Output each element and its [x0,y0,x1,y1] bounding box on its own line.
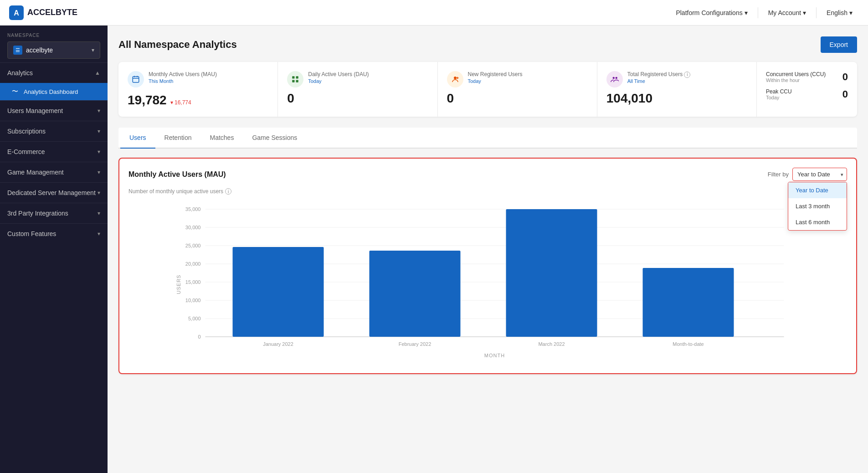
game-management-arrow: ▾ [98,169,100,175]
ccu-concurrent-label: Concurrent Users (CCU) [766,71,826,77]
svg-text:5,000: 5,000 [188,316,201,321]
svg-text:Month-to-date: Month-to-date [673,341,704,347]
svg-text:MONTH: MONTH [484,353,505,358]
dedicated-server-arrow: ▾ [98,190,100,196]
stat-dau-header: Daily Active Users (DAU) Today [287,71,428,87]
platform-config-nav[interactable]: Platform Configurations ▾ [669,5,754,20]
svg-text:March 2022: March 2022 [538,341,565,347]
filter-select[interactable]: Year to Date [792,168,847,181]
sidebar-section-game-management-header[interactable]: Game Management ▾ [0,162,108,182]
svg-rect-6 [293,76,295,78]
sidebar-section-custom-features-header[interactable]: Custom Features ▾ [0,224,108,244]
ccu-peak-value: 0 [842,88,848,100]
export-button[interactable]: Export [821,36,857,53]
filter-row: Filter by Year to Date ▾ Year to Date La… [768,168,847,181]
bar-jan-2022 [233,247,324,337]
sidebar-section-dedicated-server: Dedicated Server Management ▾ [0,182,108,203]
stat-total-users-icon [606,71,623,87]
nav-divider-1 [758,7,758,18]
svg-rect-2 [133,77,139,82]
ccu-peak-labels: Peak CCU Today [766,88,792,100]
logo: A ACCELBYTE [9,5,669,20]
svg-rect-8 [293,80,295,82]
language-nav[interactable]: English ▾ [820,5,859,20]
svg-text:25,000: 25,000 [185,243,201,248]
users-management-label: Users Management [7,107,63,114]
tab-matches[interactable]: Matches [201,128,243,149]
subscriptions-label: Subscriptions [7,128,46,135]
sidebar-section-e-commerce: E-Commerce ▾ [0,141,108,162]
nav-divider-2 [816,7,817,18]
tab-game-sessions[interactable]: Game Sessions [243,128,306,149]
chart-subtitle: Number of monthly unique active users i [128,188,847,195]
stat-mau-value-row: 19,782 ▾ 16,774 [128,91,268,108]
ccu-peak-row: Peak CCU Today 0 [766,88,848,100]
svg-text:15,000: 15,000 [185,279,201,285]
game-management-label: Game Management [7,169,64,176]
chart-container: Monthly Active Users (MAU) Filter by Yea… [118,158,857,374]
tab-retention[interactable]: Retention [155,128,201,149]
language-chevron: ▾ [849,9,853,16]
sidebar-section-users-management-header[interactable]: Users Management ▾ [0,101,108,121]
my-account-nav[interactable]: My Account ▾ [762,5,812,20]
stat-mau-icon [128,71,144,87]
ccu-concurrent-sub: Within the hour [766,77,826,83]
ccu-concurrent-labels: Concurrent Users (CCU) Within the hour [766,71,826,83]
filter-wrapper: Year to Date ▾ Year to Date Last 3 month… [792,168,847,181]
stat-dau-icon [287,71,303,87]
dropdown-item-last-6-month[interactable]: Last 6 month [788,214,847,230]
analytics-section-arrow: ▲ [95,70,100,76]
total-users-info-icon[interactable]: i [684,72,690,78]
stat-total-users-labels: Total Registered Users i All Time [627,71,691,84]
content-header: All Namespace Analytics Export [118,36,857,53]
stat-new-users-header: New Registered Users Today [447,71,588,87]
stat-mau-labels: Monthly Active Users (MAU) This Month [149,71,217,84]
dropdown-item-last-3-month[interactable]: Last 3 month [788,198,847,214]
sidebar-section-users-management: Users Management ▾ [0,100,108,121]
tab-users[interactable]: Users [120,128,155,149]
logo-icon: A [9,5,24,20]
stat-ccu-section: Concurrent Users (CCU) Within the hour 0… [757,62,857,117]
svg-rect-7 [296,76,298,78]
bar-chart-svg: USERS 35,000 30,000 25,000 20,000 15,000… [128,200,847,364]
svg-text:A: A [14,9,19,17]
main-content: All Namespace Analytics Export Monthly A… [108,26,868,473]
stat-total-users-value: 104,010 [606,91,747,106]
stat-dau-label: Daily Active Users (DAU) [308,71,369,78]
language-label: English [827,9,847,16]
ccu-concurrent-row: Concurrent Users (CCU) Within the hour 0 [766,71,848,83]
sidebar-section-3rd-party: 3rd Party Integrations ▾ [0,203,108,223]
sidebar-section-game-management: Game Management ▾ [0,162,108,182]
namespace-selector[interactable]: ☰ accelbyte ▾ [7,41,100,59]
sidebar-item-analytics-dashboard-label: Analytics Dashboard [24,88,78,95]
svg-text:20,000: 20,000 [185,261,201,267]
tabs-row: Users Retention Matches Game Sessions [118,128,857,149]
sidebar-section-e-commerce-header[interactable]: E-Commerce ▾ [0,142,108,162]
sidebar-section-3rd-party-header[interactable]: 3rd Party Integrations ▾ [0,203,108,223]
dropdown-item-year-to-date[interactable]: Year to Date [788,182,847,198]
my-account-chevron: ▾ [803,9,806,16]
e-commerce-label: E-Commerce [7,148,45,155]
svg-text:35,000: 35,000 [185,206,201,212]
svg-text:0: 0 [198,334,200,339]
bar-feb-2022 [370,251,461,337]
subscriptions-arrow: ▾ [98,128,100,134]
custom-features-arrow: ▾ [98,231,100,237]
namespace-arrow: ▾ [92,47,94,53]
bar-mar-2022 [506,209,597,337]
stat-dau-sublabel: Today [308,78,369,84]
sidebar-section-subscriptions-header[interactable]: Subscriptions ▾ [0,121,108,141]
sidebar-section-custom-features: Custom Features ▾ [0,223,108,244]
stat-mau-value: 19,782 [128,93,167,108]
sidebar-section-analytics-header[interactable]: Analytics ▲ [0,63,108,83]
stat-new-users-labels: New Registered Users Today [468,71,523,84]
chart-info-icon[interactable]: i [225,188,231,195]
users-management-arrow: ▾ [98,108,100,114]
sidebar-section-dedicated-server-header[interactable]: Dedicated Server Management ▾ [0,183,108,203]
stat-new-users-value: 0 [447,91,588,106]
sidebar-item-analytics-dashboard[interactable]: 〜 Analytics Dashboard [0,83,108,100]
platform-config-chevron: ▾ [745,9,748,16]
top-nav-right: Platform Configurations ▾ My Account ▾ E… [669,5,859,20]
svg-text:10,000: 10,000 [185,298,201,303]
top-navigation: A ACCELBYTE Platform Configurations ▾ My… [0,0,868,26]
